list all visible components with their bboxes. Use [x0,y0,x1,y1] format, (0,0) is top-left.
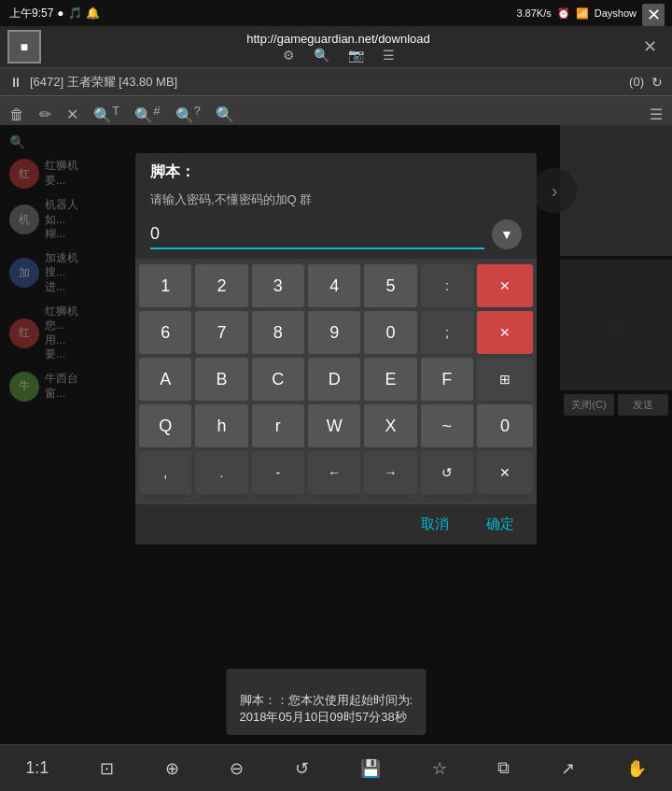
key-semicolon[interactable]: ; [421,311,473,354]
cancel-button[interactable]: 取消 [413,512,456,537]
header-icon-settings[interactable]: ⚙ [283,48,295,63]
key-close[interactable]: ✕ [477,451,533,494]
key-arrow-right[interactable]: → [364,451,416,494]
copy-icon: ⧉ [497,758,510,778]
app-header: ■ http://gameguardian.net/download ⚙ 🔍 📷… [0,26,672,68]
key-Q[interactable]: Q [139,404,191,447]
keyboard-row-2: 6 7 8 9 0 ; ✕ [139,311,533,354]
keyboard: 1 2 3 4 5 : ✕ 6 7 8 9 0 ; ✕ A B [135,259,537,503]
confirm-button[interactable]: 确定 [479,512,522,537]
status-bar: 上午9:57 ● 🎵 🔔 3.87K/s ⏰ 📶 Dayshow 86% [0,0,672,26]
key-r[interactable]: r [252,404,304,447]
status-dot1: ● [57,7,63,20]
zoom-out-icon: ⊖ [230,758,244,779]
app-icon-symbol: ■ [21,39,28,54]
key-grid[interactable]: ⊞ [477,358,533,401]
key-5[interactable]: 5 [364,264,416,307]
dialog-footer: 取消 确定 [135,503,537,544]
dialog-input-row: ▼ [135,216,537,259]
header-icon-search[interactable]: 🔍 [314,48,329,63]
toolbar-search-q-icon[interactable]: 🔍? [175,104,201,124]
header-icon-menu[interactable]: ☰ [383,48,395,63]
key-A[interactable]: A [139,358,191,401]
key-X[interactable]: X [364,404,416,447]
toolbar-menu-icon[interactable]: ☰ [650,106,663,123]
bottom-rotate[interactable]: ↺ [295,758,309,779]
status-app: Dayshow [595,7,637,19]
dialog-input[interactable] [150,220,484,249]
main-content: 🔍 红 红狮机要... 机 机器人如...糊... 加 加速机搜...进... … [0,125,672,791]
key-minus[interactable]: - [252,451,304,494]
toolbar-search-icon[interactable]: 🔍 [216,106,234,123]
bottom-share[interactable]: ↗ [561,758,575,779]
key-colon[interactable]: : [421,264,473,307]
key-3[interactable]: 3 [252,264,304,307]
key-D[interactable]: D [308,358,360,401]
key-4[interactable]: 4 [308,264,360,307]
key-arrow-left[interactable]: ← [308,451,360,494]
bottom-zoom-out[interactable]: ⊖ [230,758,244,779]
game-bar: ⏸ [6472] 王者荣耀 [43.80 MB] (0) ↻ [0,68,672,96]
key-2[interactable]: 2 [195,264,247,307]
key-7[interactable]: 7 [195,311,247,354]
key-E[interactable]: E [364,358,416,401]
key-0b[interactable]: 0 [477,404,533,447]
toolbar-search-hash-icon[interactable]: 🔍# [134,104,160,124]
dropdown-button[interactable]: ▼ [492,219,522,249]
hand-icon: ✋ [626,758,647,779]
key-W[interactable]: W [308,404,360,447]
key-h[interactable]: h [195,404,247,447]
key-8[interactable]: 8 [252,311,304,354]
status-bar-right: 3.87K/s ⏰ 📶 Dayshow 86% [516,7,663,20]
keyboard-row-1: 1 2 3 4 5 : ✕ [139,264,533,307]
toolbar-edit-icon[interactable]: ✏ [39,106,51,123]
star-icon: ☆ [432,758,447,779]
toolbar-close-icon[interactable]: ✕ [66,106,78,123]
dialog-title: 脚本： [135,153,537,188]
keyboard-row-5: , . - ← → ↺ ✕ [139,451,533,494]
share-icon: ↗ [561,758,575,779]
save-icon: 💾 [360,758,381,779]
bottom-zoom-in[interactable]: ⊕ [165,758,179,779]
key-comma[interactable]: , [139,451,191,494]
game-badge: (0) [629,75,644,89]
key-backspace-1[interactable]: ✕ [477,264,533,307]
bottom-star[interactable]: ☆ [432,758,447,779]
bottom-save[interactable]: 💾 [360,758,381,779]
status-dot3: 🔔 [86,7,100,20]
header-icon-camera[interactable]: 📷 [348,48,364,63]
key-9[interactable]: 9 [308,311,360,354]
status-time: 上午9:57 [9,6,53,21]
key-backspace-2[interactable]: ✕ [477,311,533,354]
toolbar-delete-icon[interactable]: 🗑 [9,106,24,123]
key-0[interactable]: 0 [364,311,416,354]
key-6[interactable]: 6 [139,311,191,354]
status-speed: 3.87K/s [516,7,551,19]
bottom-zoom-label[interactable]: 1:1 [25,758,49,778]
bottom-hand[interactable]: ✋ [626,758,647,779]
app-icon: ■ [7,30,41,64]
game-pause-icon[interactable]: ⏸ [9,75,22,90]
zoom-in-icon: ⊕ [165,758,179,779]
bottom-screen-icon[interactable]: ⊡ [100,758,114,779]
toolbar-search-t-icon[interactable]: 🔍T [93,104,119,124]
game-bar-text: [6472] 王者荣耀 [43.80 MB] [30,74,177,91]
bottom-bar: 1:1 ⊡ ⊕ ⊖ ↺ 💾 ☆ ⧉ ↗ ✋ [0,744,672,791]
header-close-button[interactable]: ✕ [636,33,665,61]
key-B[interactable]: B [195,358,247,401]
bottom-copy[interactable]: ⧉ [497,758,510,778]
status-bar-left: 上午9:57 ● 🎵 🔔 [9,6,100,21]
dialog-hint: 请输入密码,不懂密码的加Q 群 [135,188,537,216]
game-refresh-icon[interactable]: ↻ [651,75,663,90]
key-1[interactable]: 1 [139,264,191,307]
script-dialog: 脚本： 请输入密码,不懂密码的加Q 群 ▼ 1 2 3 4 5 : ✕ [135,153,537,544]
top-close-button[interactable]: ✕ [642,4,665,26]
dropdown-icon: ▼ [500,227,513,242]
key-F[interactable]: F [421,358,473,401]
key-C[interactable]: C [252,358,304,401]
screen-icon: ⊡ [100,758,114,779]
key-period[interactable]: . [195,451,247,494]
rotate-icon: ↺ [295,758,309,779]
key-undo[interactable]: ↺ [421,451,473,494]
key-tilde[interactable]: ~ [421,404,473,447]
